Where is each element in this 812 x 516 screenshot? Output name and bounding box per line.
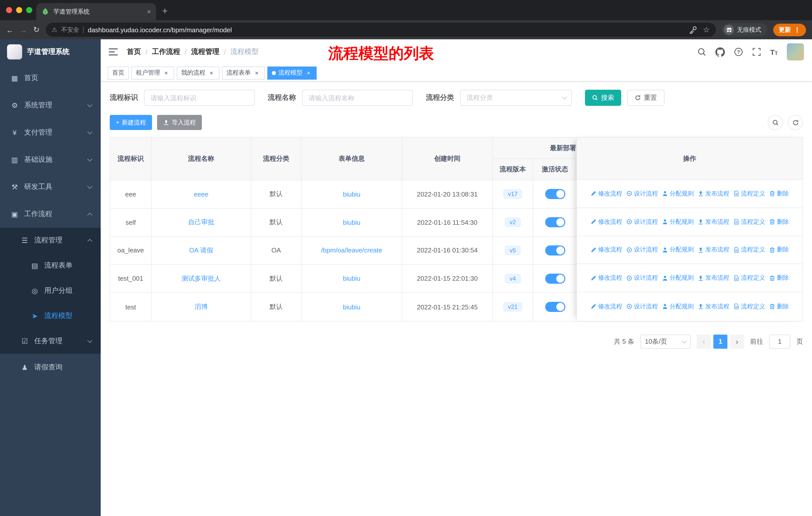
action-definition-link[interactable]: 流程定义 [733,189,765,198]
action-definition-link[interactable]: 流程定义 [733,302,765,311]
view-tag[interactable]: 我的流程× [177,66,220,79]
sidebar-item-user-group[interactable]: ◎用户分组 [0,278,101,303]
action-delete-link[interactable]: 删除 [769,189,789,198]
sidebar-item-process-manage[interactable]: ☰流程管理 [0,228,101,253]
active-toggle[interactable] [545,274,565,284]
sidebar-item-infrastructure[interactable]: ▥基础设施 [0,146,101,173]
sidebar-item-home[interactable]: ▦首页 [0,64,101,92]
fullscreen-icon[interactable] [752,47,761,56]
action-assign-link[interactable]: 分配规则 [662,246,694,254]
sidebar-item-workflow[interactable]: ▣工作流程 [0,200,101,228]
breadcrumb-item[interactable]: 流程管理 [191,47,220,56]
process-name-link[interactable]: 测试多审批人 [181,274,221,283]
action-delete-link[interactable]: 删除 [769,274,789,282]
toggle-search-button[interactable] [768,115,783,130]
view-tag[interactable]: 首页 [108,66,129,79]
process-id-input[interactable] [144,90,255,106]
category-select[interactable]: 流程分类 [460,90,572,106]
view-tag[interactable]: 流程表单× [222,66,265,79]
active-toggle[interactable] [545,189,565,199]
page-size-select[interactable]: 10条/页 [640,334,691,349]
tab-close-icon[interactable]: × [147,7,151,16]
action-assign-link[interactable]: 分配规则 [662,302,694,311]
form-info-link[interactable]: biubiu [343,275,360,282]
action-design-link[interactable]: 设计流程 [626,217,658,226]
maximize-window-button[interactable] [26,7,32,13]
help-icon[interactable]: ? [734,47,743,56]
sidebar-item-process-model[interactable]: ➤流程模型 [0,303,101,329]
active-toggle[interactable] [545,217,565,227]
menu-dots-icon[interactable]: ⋮ [794,26,801,33]
action-definition-link[interactable]: 流程定义 [733,246,765,254]
page-number-1[interactable]: 1 [713,334,727,349]
sidebar-item-system[interactable]: ⚙系统管理 [0,92,101,119]
close-window-button[interactable] [6,7,12,13]
action-assign-link[interactable]: 分配规则 [662,189,694,198]
back-button[interactable]: ← [6,25,13,34]
tag-close-icon[interactable]: × [305,69,312,76]
create-process-button[interactable]: + 新建流程 [110,115,152,130]
process-name-link[interactable]: 自己审批 [188,218,214,227]
new-tab-button[interactable]: + [162,5,168,17]
action-design-link[interactable]: 设计流程 [626,302,658,311]
form-info-link[interactable]: biubiu [343,218,360,226]
reload-button[interactable]: ↻ [33,25,39,34]
update-button[interactable]: 更新 ⋮ [773,23,806,36]
action-publish-link[interactable]: 发布流程 [698,302,729,311]
active-toggle[interactable] [545,245,565,255]
github-icon[interactable] [715,47,725,57]
action-assign-link[interactable]: 分配规则 [662,217,694,226]
form-info-link[interactable]: biubiu [343,190,360,198]
process-name-link[interactable]: eeee [194,190,208,198]
action-delete-link[interactable]: 删除 [769,246,789,254]
tag-close-icon[interactable]: × [253,69,260,76]
address-bar[interactable]: ⚠ 不安全 dashboard.yudao.iocoder.cn/bpm/man… [46,23,716,37]
sidebar-item-process-form[interactable]: ▤流程表单 [0,253,101,278]
hamburger-icon[interactable] [109,48,118,56]
action-design-link[interactable]: 设计流程 [626,246,658,254]
sidebar-item-payment[interactable]: ¥支付管理 [0,119,101,146]
sidebar-item-devtools[interactable]: ⚒研发工具 [0,173,101,200]
action-publish-link[interactable]: 发布流程 [698,274,729,282]
breadcrumb-item[interactable]: 首页 [127,47,141,56]
action-edit-link[interactable]: 修改流程 [590,302,622,311]
form-info-link[interactable]: /bpm/oa/leave/create [321,247,382,254]
process-name-input[interactable] [302,90,413,106]
import-process-button[interactable]: 导入流程 [157,115,202,130]
active-toggle[interactable] [545,302,565,312]
action-design-link[interactable]: 设计流程 [626,274,658,282]
action-definition-link[interactable]: 流程定义 [733,217,765,226]
action-edit-link[interactable]: 修改流程 [590,246,622,254]
refresh-table-button[interactable] [788,115,803,130]
action-publish-link[interactable]: 发布流程 [698,217,729,226]
tag-close-icon[interactable]: × [208,69,215,76]
password-key-icon[interactable] [689,26,697,34]
reset-button[interactable]: 重置 [627,90,665,106]
sidebar-item-leave-query[interactable]: ♟请假查询 [0,354,101,381]
forward-button[interactable]: → [20,25,27,34]
goto-page-input[interactable] [769,334,790,349]
action-design-link[interactable]: 设计流程 [626,189,658,198]
process-name-link[interactable]: 滔博 [195,302,208,311]
process-name-link[interactable]: OA 请假 [189,246,213,255]
browser-tab[interactable]: 芋道管理系统 × [36,3,156,20]
action-edit-link[interactable]: 修改流程 [590,217,622,226]
minimize-window-button[interactable] [16,7,22,13]
user-avatar[interactable] [787,43,804,60]
action-delete-link[interactable]: 删除 [769,302,789,311]
view-tag[interactable]: 租户管理× [132,66,174,79]
font-size-icon[interactable]: TT [770,48,778,56]
bookmark-star-icon[interactable]: ☆ [703,25,710,34]
search-button[interactable]: 搜索 [585,90,621,106]
action-definition-link[interactable]: 流程定义 [733,274,765,282]
sidebar-item-task-manage[interactable]: ☑任务管理 [0,329,101,354]
action-edit-link[interactable]: 修改流程 [590,274,622,282]
action-assign-link[interactable]: 分配规则 [662,274,694,282]
prev-page-button[interactable]: ‹ [697,334,711,349]
form-info-link[interactable]: biubiu [343,303,360,311]
action-edit-link[interactable]: 修改流程 [590,189,622,198]
action-delete-link[interactable]: 删除 [769,217,789,226]
action-publish-link[interactable]: 发布流程 [698,189,729,198]
action-publish-link[interactable]: 发布流程 [698,246,729,254]
view-tag[interactable]: 流程模型× [267,66,317,79]
